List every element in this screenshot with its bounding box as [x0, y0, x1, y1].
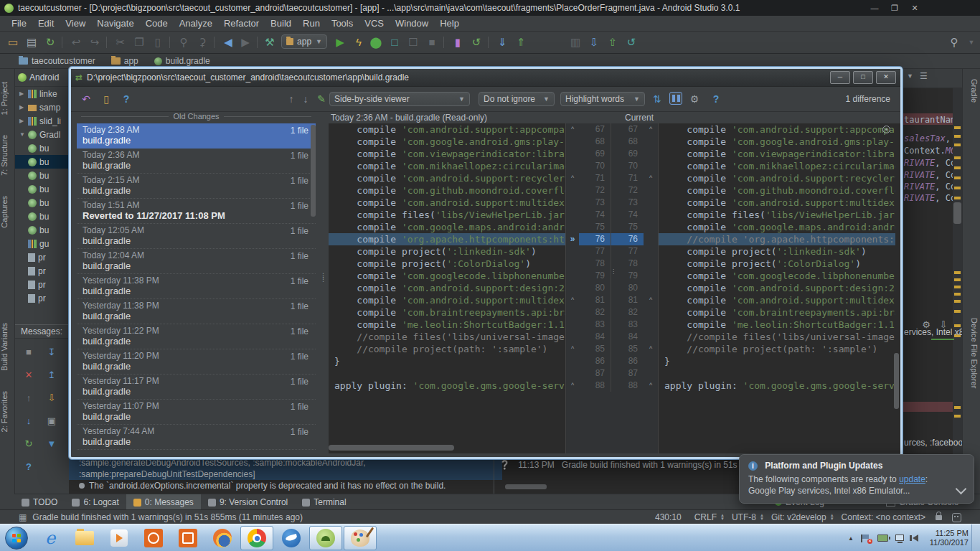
- history-item[interactable]: Yesterday 11:07 PM1 filebuild.gradle: [77, 400, 316, 425]
- breadcrumb-build-gradle[interactable]: build.gradle: [154, 56, 210, 66]
- dialog-titlebar[interactable]: ⇄ D:\project\bigzpoon\src\taecout_custom…: [71, 69, 900, 87]
- toolwindow-toggle-icon[interactable]: ▦: [19, 512, 27, 522]
- tool-button-7-structure[interactable]: 7: Structure: [0, 135, 13, 176]
- menu-window[interactable]: Window: [390, 18, 434, 29]
- scrollbar-thumb[interactable]: [505, 484, 547, 489]
- edit-source-icon[interactable]: ✎: [314, 91, 329, 107]
- tab-terminal[interactable]: Terminal: [295, 494, 353, 510]
- tab-6-logcat[interactable]: 6: Logcat: [65, 494, 126, 510]
- fold-icon[interactable]: ^: [566, 380, 579, 392]
- taskbar-android-studio[interactable]: [309, 526, 342, 550]
- taskbar-chrome[interactable]: [240, 526, 273, 550]
- menu-view[interactable]: View: [60, 18, 91, 29]
- code-line[interactable]: compile 'com.googlecode.libphonenumber:l…: [659, 270, 895, 282]
- fold-icon[interactable]: [566, 148, 579, 160]
- fold-icon[interactable]: [644, 258, 658, 270]
- history-item[interactable]: Yesterday 11:22 PM1 filebuild.gradle: [77, 324, 316, 349]
- profiler-icon[interactable]: □: [386, 34, 403, 51]
- vcs-push-icon[interactable]: ⇧: [604, 34, 621, 51]
- line-separator[interactable]: CRLF: [694, 512, 717, 522]
- horizontal-scrollbar-thumb[interactable]: [329, 445, 454, 451]
- tree-item[interactable]: bu: [15, 223, 69, 237]
- context-label[interactable]: Context: <no context>: [842, 512, 925, 522]
- code-line[interactable]: compile 'com.viewpagerindicator:library:…: [329, 148, 565, 160]
- notification-balloon[interactable]: i Platform and Plugin Updates The follow…: [739, 454, 974, 504]
- fold-icon[interactable]: [566, 221, 579, 233]
- code-line[interactable]: compile 'com.github.moondroid.coverflow:…: [329, 184, 565, 197]
- fold-icon[interactable]: [566, 136, 579, 148]
- replace-icon[interactable]: ⚳: [194, 34, 211, 51]
- status-message[interactable]: Gradle build finished with 1 warnings(s)…: [32, 512, 303, 522]
- fold-icon[interactable]: ^: [566, 123, 579, 136]
- code-line[interactable]: compile files('libs/ViewHelperLib.jar'): [659, 209, 895, 221]
- code-line[interactable]: compile 'com.android.support:multidex:1.…: [329, 197, 565, 209]
- fold-icon[interactable]: [644, 209, 658, 221]
- show-desktop-button[interactable]: [971, 524, 980, 551]
- code-line[interactable]: compile 'com.android.support:appcompat-v…: [329, 123, 565, 136]
- fold-icon[interactable]: [644, 270, 658, 282]
- tree-item[interactable]: bu: [15, 169, 69, 182]
- copy-icon[interactable]: ❐: [131, 34, 148, 51]
- tree-item[interactable]: gu: [15, 237, 69, 250]
- project-view-selector[interactable]: Android: [15, 69, 69, 87]
- open-icon[interactable]: ▭: [4, 34, 22, 51]
- taskbar-firefox[interactable]: [206, 526, 239, 550]
- volume-icon[interactable]: [913, 534, 918, 542]
- code-line[interactable]: compile 'com.googlecode.libphonenumber:l…: [329, 270, 565, 282]
- message-line[interactable]: The `android.dexOptions.incremental` pro…: [69, 480, 502, 491]
- history-item[interactable]: Today 2:36 AM1 filebuild.gradle: [77, 149, 316, 174]
- close-results-icon[interactable]: ✕: [22, 369, 35, 382]
- tree-item[interactable]: bu: [15, 141, 69, 155]
- lock-icon[interactable]: [936, 515, 942, 520]
- message-line[interactable]: :sample:prepareDebugUnitTestDependencies…: [69, 468, 502, 480]
- taskbar-paint[interactable]: [344, 526, 377, 550]
- menu-refactor[interactable]: Refactor: [218, 18, 265, 29]
- eye-icon[interactable]: [882, 126, 890, 133]
- vcs-commit-icon[interactable]: ⇑: [512, 34, 529, 51]
- code-line[interactable]: compile 'com.braintreepayments.api:brain…: [659, 306, 895, 319]
- menu-tools[interactable]: Tools: [326, 18, 359, 29]
- history-item[interactable]: Today 12:04 AM1 filebuild.gradle: [77, 249, 316, 274]
- update-link[interactable]: update: [899, 474, 925, 484]
- navigate-forward-icon[interactable]: ▶: [237, 34, 254, 51]
- code-line[interactable]: compile 'com.google.maps.android:android…: [659, 221, 895, 233]
- code-line[interactable]: compile project(':ColorDialog'): [659, 258, 895, 270]
- taskbar-explorer[interactable]: [68, 526, 101, 550]
- make-project-icon[interactable]: ⚒: [261, 34, 278, 51]
- fold-icon[interactable]: ^: [644, 380, 658, 392]
- run-icon[interactable]: ▶: [331, 34, 349, 51]
- encoding[interactable]: UTF-8: [732, 512, 756, 522]
- tree-item[interactable]: ▶slid_li: [15, 114, 69, 128]
- tree-item[interactable]: bu: [15, 196, 69, 209]
- code-line[interactable]: compile project(':linkedin-sdk'): [329, 245, 565, 258]
- tool-button-captures[interactable]: Captures: [0, 196, 13, 228]
- code-line[interactable]: compile 'me.leolin:ShortcutBadger:1.1.16…: [329, 319, 565, 331]
- paste-icon[interactable]: ▯: [149, 34, 166, 51]
- fold-icon[interactable]: ^: [566, 294, 579, 306]
- code-line[interactable]: [329, 367, 565, 380]
- stop-icon[interactable]: ■: [423, 34, 440, 51]
- recycle-icon[interactable]: ↻: [22, 438, 35, 451]
- fold-icon[interactable]: [566, 184, 579, 197]
- fold-icon[interactable]: [566, 197, 579, 209]
- splitter[interactable]: ⋮⋮: [316, 123, 329, 453]
- search-everywhere-icon[interactable]: ⚲: [946, 34, 963, 51]
- fold-icon[interactable]: [566, 209, 579, 221]
- error-stripe[interactable]: [953, 88, 962, 456]
- fold-icon[interactable]: »: [566, 233, 579, 245]
- tool-button-build-variants[interactable]: Build Variants: [0, 323, 13, 371]
- fold-icon[interactable]: [644, 282, 658, 294]
- fold-icon[interactable]: [566, 355, 579, 367]
- history-item[interactable]: Yesterday 7:44 AM1 filebuild.gradle: [77, 425, 316, 450]
- dialog-maximize-icon[interactable]: □: [853, 71, 873, 84]
- gear-icon[interactable]: ⚙: [687, 91, 702, 107]
- taskbar-clock[interactable]: 11:25 PM 11/30/2017: [930, 529, 969, 547]
- vcs-update-icon[interactable]: ⇓: [494, 34, 511, 51]
- tree-item[interactable]: pr: [15, 250, 69, 264]
- save-icon[interactable]: ▤: [23, 34, 40, 51]
- dialog-minimize-icon[interactable]: ─: [830, 71, 850, 84]
- fold-icon[interactable]: [644, 233, 658, 245]
- menu-run[interactable]: Run: [297, 18, 326, 29]
- fold-icon[interactable]: [644, 245, 658, 258]
- taskbar-capture-2[interactable]: [171, 526, 204, 550]
